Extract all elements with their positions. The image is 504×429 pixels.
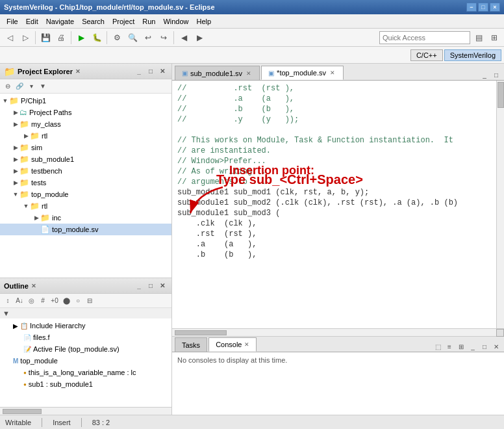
tree-item-my-class[interactable]: ▶ 📁 my_class <box>0 118 171 130</box>
count-button[interactable]: +0 <box>49 296 60 306</box>
menu-run[interactable]: Run <box>138 16 159 27</box>
close-button[interactable]: × <box>490 3 500 12</box>
outline-maximize[interactable]: □ <box>145 281 156 291</box>
editor-scrollbar-horizontal[interactable] <box>172 328 504 336</box>
view-menu-button[interactable]: ▼ <box>38 81 48 92</box>
tree-label-chip1: P/Chip1 <box>21 97 46 105</box>
toggle-testbench[interactable]: ▶ <box>12 167 19 175</box>
tree-item-sub-module1[interactable]: ▶ 📁 sub_module1 <box>0 153 171 165</box>
quick-access-input[interactable] <box>379 31 470 44</box>
save-button[interactable]: 💾 <box>38 31 53 45</box>
tree-item-rtl-2[interactable]: ▼ 📁 rtl <box>0 200 171 212</box>
project-tree[interactable]: ▼ 📁 P/Chip1 ▶ 🗂 Project Paths ▶ 📁 my_cla… <box>0 94 171 278</box>
code-content[interactable]: // .rst (rst ), // .a (a ), // .b (b ), … <box>172 81 496 328</box>
tab-sub-module1[interactable]: ▣ sub_module1.sv ✕ <box>175 66 260 80</box>
tree-item-tests[interactable]: ▶ 📁 tests <box>0 177 171 188</box>
menu-file[interactable]: File <box>3 16 22 27</box>
tab-close-sub-module1[interactable]: ✕ <box>245 70 253 77</box>
tool-5[interactable]: ◀ <box>177 31 191 45</box>
tree-item-chip1[interactable]: ▼ 📁 P/Chip1 <box>0 95 171 107</box>
tree-item-inc[interactable]: ▶ 📁 inc <box>0 212 171 224</box>
tool-6[interactable]: ▶ <box>192 31 207 45</box>
run-button[interactable]: ▶ <box>74 31 88 45</box>
tool-3[interactable]: ↩ <box>141 31 155 45</box>
back-button[interactable]: ◁ <box>3 31 17 45</box>
outline-include-hierarchy[interactable]: ▶ 📋 Include Hierarchy <box>0 320 171 332</box>
minimize-panel-button[interactable]: _ <box>134 66 144 77</box>
new-perspective[interactable]: ⊞ <box>487 31 501 45</box>
outline-active-file[interactable]: 📝 Active File (top_module.sv) <box>0 343 171 355</box>
collapse-all-button[interactable]: ⊖ <box>3 81 13 92</box>
tab-close-top-module[interactable]: ✕ <box>329 69 336 77</box>
toggle-sim[interactable]: ▶ <box>12 144 19 151</box>
outline-tree[interactable]: ▶ 📋 Include Hierarchy 📄 files.f 📝 Active… <box>0 318 171 407</box>
outline-scrollbar-h[interactable] <box>0 407 171 415</box>
console-minimize[interactable]: _ <box>468 341 478 352</box>
tree-item-project-paths[interactable]: ▶ 🗂 Project Paths <box>0 107 171 118</box>
console-tool-3[interactable]: ⊞ <box>456 341 466 352</box>
editor-scrollbar-vertical[interactable] <box>496 81 504 328</box>
toggle-project-paths[interactable]: ▶ <box>12 109 19 116</box>
outline-sub1[interactable]: ● sub1 : sub_module1 <box>0 378 171 390</box>
sort-button[interactable]: ↕ <box>3 296 13 306</box>
debug-button[interactable]: 🐛 <box>90 31 104 45</box>
tree-item-sim[interactable]: ▶ 📁 sim <box>0 142 171 153</box>
maximize-button[interactable]: □ <box>478 3 488 12</box>
tree-item-top-module-sv[interactable]: ▷ 📄 top_module.sv <box>0 224 171 235</box>
toggle-inc[interactable]: ▶ <box>32 214 40 222</box>
outline-close[interactable]: ✕ <box>157 281 168 291</box>
toggle-my-class[interactable]: ▶ <box>12 120 19 128</box>
perspective-sv[interactable]: SystemVerilog <box>444 49 501 61</box>
tool-1[interactable]: ⚙ <box>110 31 124 45</box>
menu-edit[interactable]: Edit <box>22 16 42 27</box>
menu-window[interactable]: Window <box>159 16 192 27</box>
v-scroll-thumb[interactable] <box>498 82 504 108</box>
minimize-button[interactable]: − <box>466 3 477 12</box>
forward-button[interactable]: ▷ <box>18 31 32 45</box>
outline-tool-3[interactable]: ⊟ <box>84 296 95 306</box>
sort-alpha-button[interactable]: A↓ <box>14 296 25 306</box>
toggle-rtl-1[interactable]: ▶ <box>22 132 30 140</box>
console-close[interactable]: ✕ <box>491 341 501 352</box>
outline-minimize[interactable]: _ <box>134 281 144 291</box>
outline-files-f[interactable]: 📄 files.f <box>0 332 171 343</box>
menu-navigate[interactable]: Navigate <box>42 16 78 27</box>
outline-top-module[interactable]: M top_module <box>0 355 171 367</box>
tool-2[interactable]: 🔍 <box>125 31 140 45</box>
outline-tool-1[interactable]: ⬤ <box>61 296 71 306</box>
outline-scroll-thumb[interactable] <box>3 409 42 414</box>
h-scroll-thumb[interactable] <box>175 330 227 335</box>
menu-help[interactable]: Help <box>193 16 216 27</box>
maximize-panel-button[interactable]: □ <box>145 66 156 77</box>
perspective-cpp[interactable]: C/C++ <box>410 49 443 61</box>
console-tool-1[interactable]: ⬚ <box>433 341 443 352</box>
outline-tool-2[interactable]: ○ <box>73 296 83 306</box>
filter-button[interactable]: ◎ <box>26 296 36 306</box>
console-tool-2[interactable]: ≡ <box>444 341 455 352</box>
tree-item-top-module[interactable]: ▼ 📁 top_module <box>0 188 171 200</box>
new-dropdown-button[interactable]: ▾ <box>26 81 36 92</box>
toggle-sub-module1[interactable]: ▶ <box>12 155 19 163</box>
tab-minimize-button[interactable]: _ <box>479 70 490 80</box>
tab-maximize-button[interactable]: □ <box>491 70 501 80</box>
hash-button[interactable]: # <box>38 296 48 306</box>
outline-long-var[interactable]: ● this_is_a_long_variable_name : lc <box>0 367 171 378</box>
menu-project[interactable]: Project <box>108 16 138 27</box>
open-perspective[interactable]: ▤ <box>472 31 486 45</box>
code-editor[interactable]: // .rst (rst ), // .a (a ), // .b (b ), … <box>172 81 504 328</box>
tree-item-rtl-1[interactable]: ▶ 📁 rtl <box>0 130 171 142</box>
menu-search[interactable]: Search <box>78 16 108 27</box>
console-maximize[interactable]: □ <box>479 341 490 352</box>
print-button[interactable]: 🖨 <box>54 31 68 45</box>
tab-console[interactable]: Console ✕ <box>208 337 257 352</box>
tab-tasks[interactable]: Tasks <box>175 337 207 352</box>
toggle-top-module[interactable]: ▼ <box>12 190 19 198</box>
toggle-rtl-2[interactable]: ▼ <box>22 202 30 210</box>
toggle-chip1[interactable]: ▼ <box>1 97 9 105</box>
toggle-tests[interactable]: ▶ <box>12 179 19 187</box>
link-editor-button[interactable]: 🔗 <box>14 81 25 92</box>
tree-item-testbench[interactable]: ▶ 📁 testbench <box>0 165 171 177</box>
close-panel-button[interactable]: ✕ <box>157 66 168 77</box>
tool-4[interactable]: ↪ <box>157 31 171 45</box>
tab-top-module[interactable]: ▣ *top_module.sv ✕ <box>261 66 344 80</box>
